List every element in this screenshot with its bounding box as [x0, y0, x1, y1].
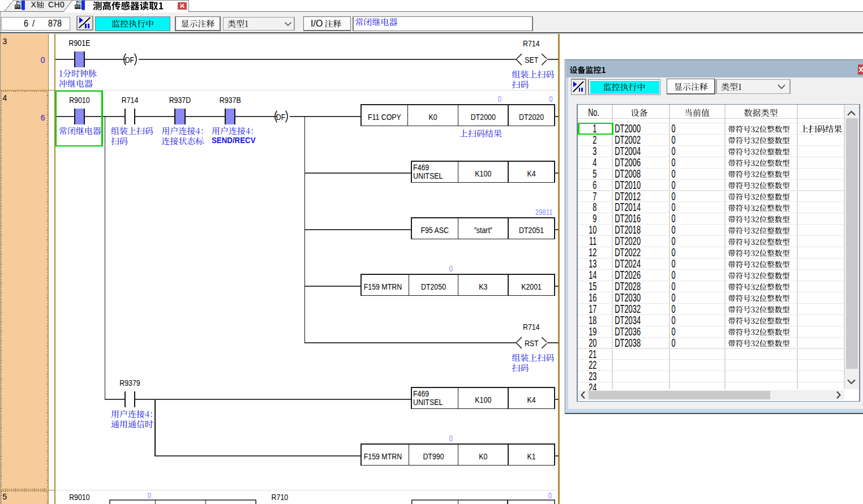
svg-text:I/O: I/O	[311, 19, 323, 28]
svg-text:K2001: K2001	[521, 281, 542, 291]
svg-text:0: 0	[41, 55, 45, 64]
svg-text:”start”: ”start”	[474, 225, 493, 235]
svg-text:0: 0	[548, 491, 552, 501]
svg-text:0: 0	[498, 94, 501, 104]
svg-text:DF: DF	[276, 111, 286, 122]
svg-text:R714: R714	[523, 321, 540, 331]
svg-text:K0: K0	[428, 111, 437, 122]
svg-text:DF: DF	[125, 54, 135, 64]
svg-text:SET: SET	[525, 54, 538, 64]
svg-text:F159 MTRN: F159 MTRN	[364, 281, 402, 291]
svg-text:R714: R714	[122, 94, 139, 105]
svg-text:K100: K100	[475, 394, 491, 404]
svg-text:UNITSEL: UNITSEL	[413, 397, 443, 407]
svg-text:R937B: R937B	[220, 94, 241, 105]
svg-text:6: 6	[24, 18, 28, 28]
svg-text:0: 0	[148, 491, 151, 501]
svg-text:RST: RST	[525, 338, 539, 348]
svg-text:0: 0	[449, 264, 453, 273]
svg-text:6: 6	[41, 113, 45, 122]
svg-text:K1: K1	[527, 451, 536, 461]
svg-text:X: X	[31, 0, 37, 9]
svg-text:R714: R714	[523, 38, 540, 48]
svg-text:4: 4	[3, 93, 7, 102]
svg-text:R901E: R901E	[68, 37, 90, 48]
svg-text:SEND/RECV: SEND/RECV	[212, 136, 256, 144]
svg-text:R710: R710	[272, 492, 289, 502]
svg-text:0: 0	[449, 433, 453, 443]
svg-text:F11 COPY: F11 COPY	[368, 111, 402, 122]
svg-text:R9010: R9010	[69, 492, 90, 502]
svg-text:K3: K3	[479, 281, 487, 291]
svg-text:R937D: R937D	[169, 94, 191, 105]
svg-text:K100: K100	[475, 168, 491, 178]
svg-text:0: 0	[549, 94, 552, 104]
svg-text:DT2020: DT2020	[519, 111, 544, 122]
svg-text:R9010: R9010	[69, 94, 90, 105]
svg-text:K4: K4	[527, 168, 536, 178]
svg-text:DT2038: DT2038	[615, 335, 641, 349]
svg-text:K4: K4	[527, 394, 536, 404]
svg-text:5: 5	[3, 492, 7, 501]
svg-text:CH0: CH0	[48, 0, 65, 9]
svg-text:3: 3	[3, 37, 7, 46]
svg-text:UNITSEL: UNITSEL	[413, 171, 443, 181]
svg-text:29811: 29811	[535, 207, 553, 217]
svg-text:DT2050: DT2050	[421, 281, 446, 291]
svg-text:R9379: R9379	[119, 377, 140, 387]
svg-text:0: 0	[672, 335, 676, 349]
svg-text:F159 MTRN: F159 MTRN	[364, 451, 402, 461]
svg-text:K0: K0	[479, 451, 487, 461]
svg-text:DT2000: DT2000	[471, 111, 496, 122]
svg-text:DT2051: DT2051	[519, 225, 544, 235]
svg-text:878: 878	[48, 18, 62, 28]
svg-text:/: /	[32, 18, 35, 28]
svg-text:No.: No.	[588, 107, 599, 118]
svg-text:F95 ASC: F95 ASC	[420, 225, 449, 235]
svg-text:DT990: DT990	[423, 451, 444, 461]
